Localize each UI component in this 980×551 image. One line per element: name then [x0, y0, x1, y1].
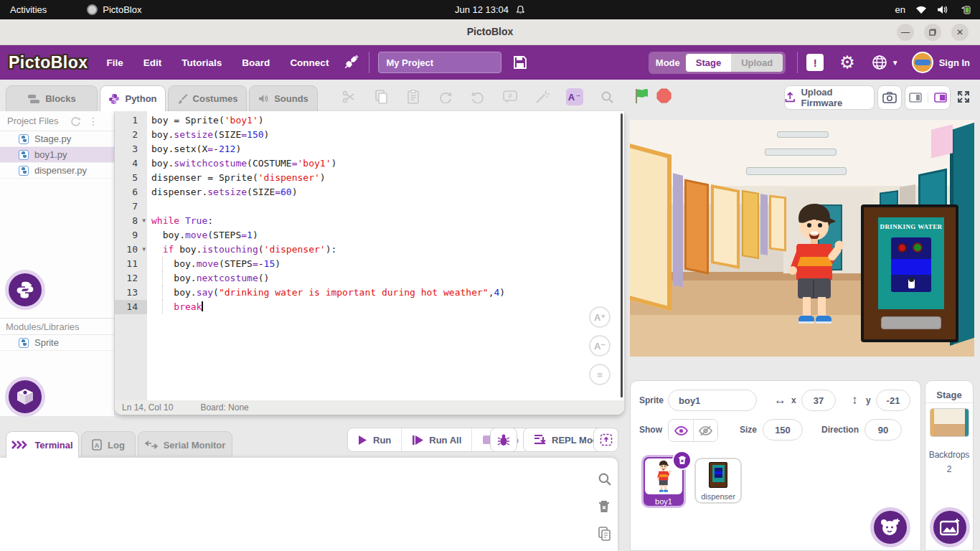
size-input[interactable] — [763, 419, 803, 441]
stop-all-button[interactable] — [656, 88, 672, 106]
menu-item-board[interactable]: Board — [242, 57, 270, 68]
file-stage-py[interactable]: Stage.py — [0, 131, 114, 147]
search-icon[interactable] — [598, 472, 612, 486]
run-button[interactable]: Run — [348, 428, 401, 451]
large-stage-layout-button[interactable] — [928, 93, 947, 103]
package-icon — [16, 387, 34, 406]
file-boy1-py[interactable]: boy1.py — [0, 147, 114, 163]
boy-sprite[interactable] — [782, 201, 848, 327]
undo-icon — [471, 90, 485, 103]
upload-firmware-button[interactable]: Upload Firmware — [784, 85, 875, 110]
font-increase-button[interactable]: A⁺ — [589, 306, 611, 328]
settings-button[interactable]: ⚙ — [839, 52, 855, 72]
tab-log[interactable]: A Log — [81, 431, 136, 458]
y-label: y — [866, 395, 871, 405]
copy-output-icon[interactable] — [598, 527, 611, 541]
paste-button[interactable] — [405, 89, 421, 105]
account-button[interactable]: Sign In — [912, 52, 970, 73]
show-label: Show — [639, 425, 662, 435]
globe-icon — [871, 54, 888, 71]
backdrop-thumbnail[interactable] — [930, 408, 969, 437]
save-project-button[interactable] — [513, 55, 527, 70]
direction-input[interactable] — [864, 419, 902, 441]
close-button[interactable]: ✕ — [951, 24, 969, 41]
dispenser-sprite[interactable]: DRINKING WATER — [861, 204, 958, 342]
terminal-output[interactable] — [0, 457, 618, 551]
file-dispenser-py[interactable]: dispenser.py — [0, 163, 114, 179]
menu-item-edit[interactable]: Edit — [143, 57, 162, 68]
format-text-button[interactable]: A→ — [566, 88, 583, 105]
beautify-button[interactable] — [534, 89, 550, 105]
editor-scrollbar[interactable] — [621, 113, 623, 397]
feedback-button[interactable]: ! — [806, 54, 824, 71]
editor-menu-button[interactable]: ≡ — [589, 364, 611, 385]
pictoblox-logo[interactable]: PictoBlox — [9, 53, 88, 72]
debug-button[interactable] — [490, 428, 517, 452]
add-module-button[interactable] — [5, 377, 45, 417]
mode-option-stage[interactable]: Stage — [686, 54, 731, 72]
font-decrease-button[interactable]: A⁻ — [589, 335, 611, 357]
green-flag-button[interactable] — [634, 88, 650, 107]
board-status: Board: None — [200, 402, 248, 413]
x-input[interactable] — [801, 390, 836, 411]
sprite-thumb-dispenser[interactable]: dispenser — [694, 458, 742, 504]
camera-button[interactable] — [877, 85, 902, 110]
language-button[interactable]: ▼ — [871, 54, 899, 71]
tab-terminal[interactable]: Terminal — [6, 431, 79, 458]
connect-device-button[interactable] — [341, 53, 360, 72]
code-pane[interactable]: boy = Sprite('boy1')boy.setsize(SIZE=150… — [147, 111, 624, 400]
menu-item-tutorials[interactable]: Tutorials — [182, 57, 222, 68]
search-code-button[interactable] — [599, 89, 615, 105]
gutter[interactable]: 12345678▼910▼11121314 — [115, 111, 147, 400]
copy-button[interactable] — [373, 89, 389, 105]
dispenser-red-button — [897, 243, 907, 253]
menu-item-file[interactable]: File — [107, 57, 123, 68]
add-python-file-button[interactable] — [5, 270, 45, 310]
minimize-button[interactable]: — — [897, 24, 914, 41]
clock[interactable]: Jun 12 13:04 — [455, 4, 525, 15]
hide-sprite-button[interactable] — [693, 420, 717, 441]
backdrop-panel[interactable]: Stage Backdrops 2 — [925, 380, 974, 551]
bug-icon — [497, 433, 510, 446]
menu-item-connect[interactable]: Connect — [290, 57, 329, 68]
cut-button[interactable] — [341, 89, 357, 105]
y-input[interactable] — [876, 390, 910, 411]
trash-icon — [678, 456, 687, 465]
add-sprite-button[interactable] — [870, 507, 910, 547]
tab-costumes[interactable]: Costumes — [168, 85, 247, 111]
app-icon — [87, 4, 98, 15]
sprite-name-input[interactable] — [668, 390, 757, 411]
system-tray[interactable]: en — [895, 4, 971, 15]
small-stage-layout-button[interactable] — [909, 93, 922, 103]
clear-terminal-icon[interactable] — [598, 499, 611, 514]
python-file-icon — [19, 150, 29, 160]
stage-canvas[interactable]: DRINKING WATER — [630, 120, 974, 357]
window-title: PictoBlox — [0, 26, 980, 37]
gear-icon: ⚙ — [839, 52, 855, 72]
kebab-menu-icon[interactable]: ⋮ — [88, 116, 98, 127]
tab-sounds[interactable]: Sounds — [249, 85, 318, 111]
comment-icon: # — [503, 90, 517, 104]
module-sprite[interactable]: Sprite — [0, 335, 115, 351]
activities-button[interactable]: Activities — [10, 4, 47, 15]
tab-python[interactable]: Python — [100, 85, 166, 111]
upload-icon — [785, 92, 795, 103]
focused-app[interactable]: PictoBlox — [87, 4, 141, 15]
run-all-button[interactable]: Run All — [401, 428, 471, 451]
add-backdrop-button[interactable] — [930, 507, 970, 547]
chevron-down-icon: ▼ — [892, 59, 899, 67]
fullscreen-button[interactable] — [956, 89, 971, 105]
tab-blocks[interactable]: Blocks — [6, 85, 98, 111]
undo-button[interactable] — [470, 89, 486, 105]
maximize-button[interactable] — [924, 24, 941, 41]
show-sprite-button[interactable] — [669, 420, 693, 441]
x-label: x — [791, 395, 796, 405]
comment-button[interactable]: # — [502, 89, 518, 105]
expand-terminal-button[interactable] — [593, 428, 618, 452]
tab-serial-monitor[interactable]: Serial Monitor — [138, 431, 232, 458]
redo-button[interactable] — [438, 89, 453, 105]
project-name-input[interactable] — [378, 52, 501, 73]
refresh-icon[interactable] — [70, 116, 81, 126]
delete-sprite-button[interactable] — [672, 451, 692, 470]
mode-option-upload[interactable]: Upload — [731, 54, 783, 72]
